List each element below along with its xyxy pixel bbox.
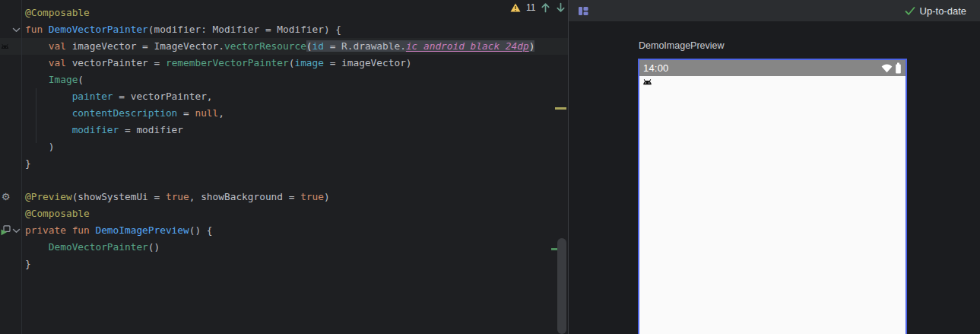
code-token	[25, 107, 72, 119]
phone-status-bar: 14:00	[639, 60, 905, 76]
code-token: = imageVector)	[324, 57, 412, 68]
code-token: private fun	[25, 224, 95, 236]
code-token: painter	[72, 91, 113, 102]
code-token: ,	[218, 107, 224, 119]
code-token: (showSystemUi =	[72, 191, 166, 202]
warning-count: 11	[526, 2, 535, 13]
code-line[interactable]: @Preview(showSystemUi = true, showBackgr…	[0, 189, 534, 205]
code-token: = vectorPainter,	[113, 91, 213, 102]
code-line[interactable]: private fun DemoImagePreview() {	[0, 222, 534, 239]
code-token: , showBackground =	[189, 191, 300, 202]
code-token: ic_android_black_24dp	[406, 40, 529, 52]
arrow-up-icon[interactable]	[541, 2, 550, 13]
code-token: (	[78, 74, 84, 85]
preview-title[interactable]: DemoImagePreview	[639, 40, 725, 51]
code-token: = R.drawable.	[324, 40, 406, 52]
code-token: id	[312, 40, 324, 52]
wifi-icon	[881, 64, 893, 73]
fold-chevron-icon[interactable]	[11, 25, 21, 35]
compose-preview-panel: Up-to-date DemoImagePreview 14:00	[569, 0, 980, 334]
code-line[interactable]: Image(	[0, 72, 534, 88]
code-token: rememberVectorPainter	[166, 57, 289, 68]
code-token	[25, 57, 49, 68]
fold-chevron-icon[interactable]	[11, 226, 21, 236]
code-token: }	[25, 258, 31, 269]
warning-triangle-icon	[510, 3, 521, 12]
code-line[interactable]: contentDescription = null,	[0, 105, 534, 122]
code-token: DemoVectorPainter	[49, 241, 148, 253]
code-token: DemoImagePreview	[95, 224, 189, 236]
code-token: fun	[25, 24, 49, 35]
code-line[interactable]: modifier = modifier	[0, 122, 534, 138]
code-token: @Composable	[25, 7, 90, 18]
editor-scrollbar[interactable]	[557, 238, 566, 334]
code-line[interactable]: }	[0, 256, 534, 272]
build-status-label: Up-to-date	[920, 5, 966, 17]
code-token: )	[25, 141, 55, 152]
code-token: =	[177, 107, 195, 119]
code-token: imageVector = ImageVector.	[66, 40, 224, 52]
code-line[interactable]: @Composable	[0, 205, 534, 222]
preview-toolbar: Up-to-date	[569, 0, 980, 21]
code-token: (	[306, 40, 312, 52]
gear-icon[interactable]: ⚙	[1, 191, 11, 202]
android-studio-split-view: @Composablefun DemoVectorPainter(modifie…	[0, 0, 980, 334]
code-text: @Composablefun DemoVectorPainter(modifie…	[0, 5, 534, 272]
code-token: vectorResource	[224, 40, 306, 52]
code-token: @Composable	[25, 208, 90, 219]
code-line[interactable]: @Composable	[0, 5, 534, 21]
code-token: ()	[148, 241, 160, 253]
code-token: () {	[189, 224, 213, 236]
code-token	[25, 40, 49, 52]
run-preview-icon[interactable]	[0, 225, 11, 236]
code-token	[25, 241, 49, 253]
code-token: (modifier: Modifier = Modifier) {	[148, 24, 341, 35]
build-status[interactable]: Up-to-date	[905, 5, 966, 17]
status-bar-time: 14:00	[643, 62, 669, 74]
code-token: null	[195, 107, 218, 119]
android-robot-icon	[641, 77, 654, 93]
inspections-widget[interactable]: 11	[510, 2, 566, 14]
code-editor[interactable]: @Composablefun DemoVectorPainter(modifie…	[0, 0, 568, 334]
code-line[interactable]: val vectorPainter = rememberVectorPainte…	[0, 55, 534, 72]
code-token: Image	[49, 74, 78, 85]
grid-layout-icon[interactable]	[579, 6, 588, 16]
code-line[interactable]: painter = vectorPainter,	[0, 88, 534, 105]
code-line[interactable]: }	[0, 155, 534, 172]
code-token: val	[49, 57, 66, 68]
code-token: }	[25, 157, 31, 169]
battery-icon	[895, 62, 902, 74]
code-token: @Preview	[25, 191, 72, 202]
code-line[interactable]: )	[0, 138, 534, 155]
arrow-down-icon[interactable]	[556, 2, 566, 13]
check-icon	[905, 6, 915, 16]
code-token: vectorPainter =	[66, 57, 166, 68]
code-line[interactable]: fun DemoVectorPainter(modifier: Modifier…	[0, 21, 534, 38]
android-drawable-icon[interactable]	[0, 41, 11, 53]
code-token: modifier	[72, 124, 119, 135]
code-line[interactable]	[0, 172, 534, 189]
code-line[interactable]: val imageVector = ImageVector.vectorReso…	[0, 38, 534, 55]
code-token	[25, 91, 72, 102]
stripe-warning-marker[interactable]	[555, 107, 566, 110]
code-token: image	[294, 57, 324, 68]
code-token: true	[300, 191, 324, 202]
code-token: contentDescription	[72, 107, 178, 119]
phone-preview-frame[interactable]: 14:00	[638, 59, 907, 334]
code-token: )	[324, 191, 330, 202]
code-token: DemoVectorPainter	[49, 24, 148, 35]
code-token: )	[529, 40, 535, 52]
code-token: val	[49, 40, 66, 52]
code-token	[25, 124, 72, 135]
code-token: = modifier	[119, 124, 183, 135]
code-line[interactable]: DemoVectorPainter()	[0, 239, 534, 256]
code-token: true	[166, 191, 189, 202]
code-token	[25, 74, 49, 85]
